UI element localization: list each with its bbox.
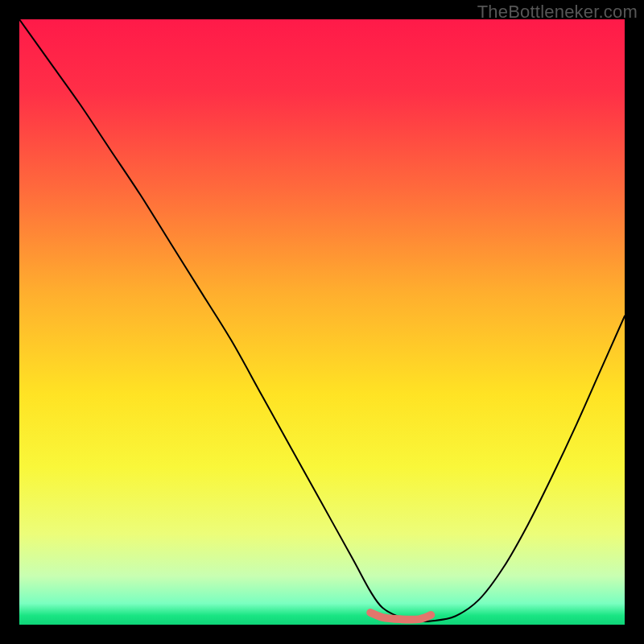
optimal-range-marker [370, 613, 431, 620]
chart-frame: TheBottleneker.com [0, 0, 644, 644]
chart-lines [19, 19, 625, 625]
plot-area [19, 19, 625, 625]
bottleneck-curve [19, 19, 625, 621]
watermark-text: TheBottleneker.com [477, 2, 638, 23]
